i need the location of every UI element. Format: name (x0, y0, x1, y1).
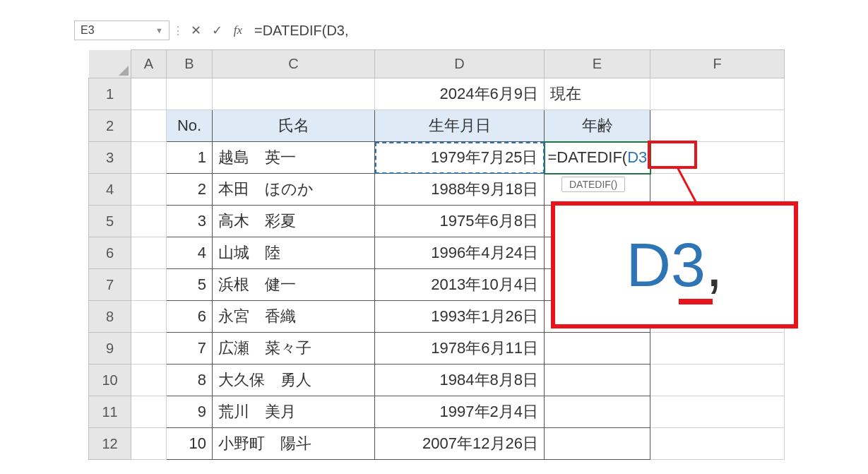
cell-F10[interactable] (650, 365, 785, 396)
chevron-down-icon[interactable]: ▼ (155, 26, 163, 35)
cell-E11[interactable] (545, 396, 650, 428)
cancel-button[interactable]: ✕ (185, 20, 206, 40)
cell-D11[interactable]: 1997年2月4日 (375, 396, 545, 428)
header-dob[interactable]: 生年月日 (375, 110, 545, 142)
cell-F2[interactable] (650, 110, 785, 142)
cell-A2[interactable] (131, 110, 167, 142)
cell-C3[interactable]: 越島 英一 (213, 142, 375, 174)
cell-A5[interactable] (131, 206, 167, 237)
header-age[interactable]: 年齢 (545, 110, 650, 142)
col-header-C[interactable]: C (213, 50, 375, 78)
cell-B3[interactable]: 1 (167, 142, 213, 174)
cell-A4[interactable] (131, 174, 167, 206)
cell-F4[interactable] (650, 174, 785, 206)
cell-B4[interactable]: 2 (167, 174, 213, 206)
cell-C12[interactable]: 小野町 陽斗 (213, 428, 375, 460)
col-header-F[interactable]: F (650, 50, 785, 78)
cell-E10[interactable] (545, 365, 650, 396)
select-all-corner[interactable] (89, 50, 131, 78)
row-header-11[interactable]: 11 (89, 396, 131, 428)
cell-B5[interactable]: 3 (167, 206, 213, 237)
row-header-12[interactable]: 12 (89, 428, 131, 460)
row-header-9[interactable]: 9 (89, 333, 131, 365)
cell-B9[interactable]: 7 (167, 333, 213, 365)
name-box-value: E3 (81, 24, 95, 37)
cell-F11[interactable] (650, 396, 785, 428)
cell-C6[interactable]: 山城 陸 (213, 237, 375, 269)
cell-C7[interactable]: 浜根 健一 (213, 269, 375, 301)
editing-formula: =DATEDIF(D3, (548, 148, 652, 167)
cell-C5[interactable]: 高木 彩夏 (213, 206, 375, 237)
cell-B8[interactable]: 6 (167, 301, 213, 333)
header-name[interactable]: 氏名 (213, 110, 375, 142)
cell-D1[interactable]: 2024年6月9日 (375, 78, 545, 110)
row-header-4[interactable]: 4 (89, 174, 131, 206)
col-header-A[interactable]: A (131, 50, 167, 78)
formula-bar-separator: ⋮ (170, 24, 185, 37)
formula-suffix: , (647, 148, 651, 166)
callout-underline (679, 299, 713, 304)
row-header-5[interactable]: 5 (89, 206, 131, 237)
function-tooltip: DATEDIF() (561, 177, 625, 192)
formula-bar: E3 ▼ ⋮ ✕ ✓ fx =DATEDIF(D3, (74, 18, 349, 43)
cell-C8[interactable]: 永宮 香織 (213, 301, 375, 333)
cell-D7[interactable]: 2013年10月4日 (375, 269, 545, 301)
callout-comma: , (706, 230, 723, 300)
cell-A11[interactable] (131, 396, 167, 428)
fx-button[interactable]: fx (227, 20, 249, 40)
row-header-1[interactable]: 1 (89, 78, 131, 110)
formula-prefix: =DATEDIF( (548, 148, 628, 166)
callout-ref: D3 (626, 230, 706, 300)
cell-D8[interactable]: 1993年1月26日 (375, 301, 545, 333)
callout-text: D3, (626, 229, 723, 301)
cell-A3[interactable] (131, 142, 167, 174)
cell-B10[interactable]: 8 (167, 365, 213, 396)
cell-D9[interactable]: 1978年6月11日 (375, 333, 545, 365)
cell-D12[interactable]: 2007年12月26日 (375, 428, 545, 460)
cell-B1[interactable] (167, 78, 213, 110)
cell-E3[interactable]: =DATEDIF(D3, (545, 142, 650, 174)
cell-D5[interactable]: 1975年6月8日 (375, 206, 545, 237)
cell-F12[interactable] (650, 428, 785, 460)
cell-B6[interactable]: 4 (167, 237, 213, 269)
name-box[interactable]: E3 ▼ (74, 20, 170, 40)
col-header-E[interactable]: E (545, 50, 650, 78)
cell-D10[interactable]: 1984年8月8日 (375, 365, 545, 396)
formula-input[interactable]: =DATEDIF(D3, (254, 23, 349, 39)
cell-C11[interactable]: 荒川 美月 (213, 396, 375, 428)
cell-A10[interactable] (131, 365, 167, 396)
row-header-6[interactable]: 6 (89, 237, 131, 269)
row-header-10[interactable]: 10 (89, 365, 131, 396)
cell-A6[interactable] (131, 237, 167, 269)
cell-A1[interactable] (131, 78, 167, 110)
col-header-D[interactable]: D (375, 50, 545, 78)
cell-F3[interactable] (650, 142, 785, 174)
cell-C4[interactable]: 本田 ほのか (213, 174, 375, 206)
row-header-2[interactable]: 2 (89, 110, 131, 142)
cell-E9[interactable] (545, 333, 650, 365)
cell-C10[interactable]: 大久保 勇人 (213, 365, 375, 396)
row-header-8[interactable]: 8 (89, 301, 131, 333)
cell-D4[interactable]: 1988年9月18日 (375, 174, 545, 206)
cell-A7[interactable] (131, 269, 167, 301)
col-header-B[interactable]: B (167, 50, 213, 78)
cell-D3[interactable]: 1979年7月25日 (375, 142, 545, 174)
cell-E1[interactable]: 現在 (545, 78, 650, 110)
row-header-3[interactable]: 3 (89, 142, 131, 174)
cell-A12[interactable] (131, 428, 167, 460)
cell-D6[interactable]: 1996年4月24日 (375, 237, 545, 269)
cell-B12[interactable]: 10 (167, 428, 213, 460)
cell-C9[interactable]: 広瀬 菜々子 (213, 333, 375, 365)
cell-F1[interactable] (650, 78, 785, 110)
cell-B7[interactable]: 5 (167, 269, 213, 301)
cell-A8[interactable] (131, 301, 167, 333)
cell-F9[interactable] (650, 333, 785, 365)
row-header-7[interactable]: 7 (89, 269, 131, 301)
cell-B11[interactable]: 9 (167, 396, 213, 428)
confirm-button[interactable]: ✓ (206, 20, 227, 40)
cell-E12[interactable] (545, 428, 650, 460)
header-no[interactable]: No. (167, 110, 213, 142)
cell-C1[interactable] (213, 78, 375, 110)
formula-ref: D3 (627, 148, 647, 166)
cell-A9[interactable] (131, 333, 167, 365)
